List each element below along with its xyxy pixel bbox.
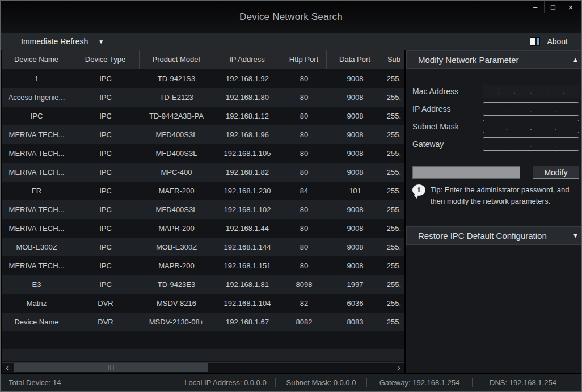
table-cell: 255. bbox=[383, 107, 404, 125]
table-header-row: Device NameDevice TypeProduct ModelIP Ad… bbox=[2, 50, 404, 69]
table-cell: 192.168.1.81 bbox=[213, 275, 281, 294]
admin-password-input[interactable] bbox=[412, 166, 520, 179]
table-cell: MAFR-200 bbox=[140, 182, 213, 200]
table-cell: 101 bbox=[327, 182, 383, 200]
table-cell: 9008 bbox=[327, 125, 383, 144]
table-cell: MSDV-8216 bbox=[140, 294, 213, 313]
table-row[interactable]: MatrizDVRMSDV-8216192.168.1.104826036255… bbox=[2, 294, 404, 313]
table-cell: 9008 bbox=[327, 200, 383, 219]
scrollbar-thumb[interactable] bbox=[14, 363, 208, 372]
table-cell: MAPR-200 bbox=[140, 256, 213, 275]
table-row[interactable]: FRIPCMAFR-200192.168.1.23084101255. bbox=[2, 182, 404, 200]
table-cell: IPC bbox=[71, 256, 140, 275]
table-cell: IPC bbox=[71, 88, 140, 107]
table-cell: 192.168.1.92 bbox=[213, 69, 281, 88]
table-cell: IPC bbox=[71, 107, 140, 125]
table-cell: IPC bbox=[71, 200, 140, 219]
table-row[interactable]: MERIVA TECH...IPCMFD400S3L192.168.1.1028… bbox=[2, 200, 404, 219]
column-header-ip-address[interactable]: IP Address bbox=[213, 50, 281, 69]
table-cell: MOB-E300Z bbox=[2, 238, 71, 256]
table-cell: 9008 bbox=[327, 219, 383, 238]
table-row[interactable]: E3IPCTD-9423E3192.168.1.8180981997255. bbox=[2, 275, 404, 294]
restore-panel-body bbox=[406, 245, 581, 373]
table-cell: 255. bbox=[383, 294, 404, 313]
scroll-right-button[interactable]: › bbox=[394, 363, 404, 373]
title-bar[interactable]: Device Network Search – □ × bbox=[1, 1, 581, 33]
restore-ipc-default-configuration-header[interactable]: Restore IPC Default Configuration ▼ bbox=[406, 226, 581, 245]
table-cell: 80 bbox=[281, 163, 327, 182]
caret-up-icon: ▲ bbox=[572, 56, 579, 63]
table-cell: MAPR-200 bbox=[140, 219, 213, 238]
table-cell: FR bbox=[2, 182, 71, 200]
subnet-mask-field[interactable]: ... bbox=[483, 120, 579, 133]
close-button[interactable]: × bbox=[562, 1, 579, 13]
table-cell: TD-E2123 bbox=[140, 88, 213, 107]
status-dns: DNS: 192.168.1.254 bbox=[473, 378, 573, 387]
column-header-device-type[interactable]: Device Type bbox=[71, 50, 140, 69]
table-cell: 9008 bbox=[327, 88, 383, 107]
restore-panel-title: Restore IPC Default Configuration bbox=[418, 231, 547, 241]
mac-address-field: ::::: bbox=[483, 85, 579, 98]
table-cell: 9008 bbox=[327, 69, 383, 88]
table-row[interactable]: MERIVA TECH...IPCMAPR-200192.168.1.15180… bbox=[2, 256, 404, 275]
table-cell: IPC bbox=[71, 125, 140, 144]
about-button[interactable]: About bbox=[530, 37, 568, 46]
table-cell: IPC bbox=[71, 182, 140, 200]
gateway-field[interactable]: ... bbox=[483, 137, 579, 151]
ip-address-row: IP Address... bbox=[412, 102, 579, 116]
horizontal-scrollbar[interactable]: ‹ › bbox=[2, 362, 404, 373]
table-cell: MERIVA TECH... bbox=[2, 200, 71, 219]
column-header-sub[interactable]: Sub bbox=[383, 50, 404, 69]
table-cell: MSDV-2130-08+ bbox=[140, 313, 213, 331]
table-cell: 82 bbox=[281, 294, 327, 313]
table-cell: 80 bbox=[281, 88, 327, 107]
table-cell: 192.168.1.105 bbox=[213, 144, 281, 163]
table-row[interactable]: MERIVA TECH...IPCMFD400S3L192.168.1.9680… bbox=[2, 125, 404, 144]
table-row[interactable]: 1IPCTD-9421S3192.168.1.92809008255. bbox=[2, 69, 404, 88]
table-cell: TD-9423E3 bbox=[140, 275, 213, 294]
modify-button[interactable]: Modify bbox=[533, 166, 579, 179]
column-header-device-name[interactable]: Device Name bbox=[2, 50, 71, 69]
table-cell: 192.168.1.102 bbox=[213, 200, 281, 219]
table-row[interactable]: MERIVA TECH...IPCMFD400S3L192.168.1.1058… bbox=[2, 144, 404, 163]
minimize-button[interactable]: – bbox=[526, 1, 544, 13]
table-body: 1IPCTD-9421S3192.168.1.92809008255.Acces… bbox=[2, 69, 404, 331]
table-cell: 80 bbox=[281, 219, 327, 238]
table-cell: 80 bbox=[281, 200, 327, 219]
table-cell: 192.168.1.12 bbox=[213, 107, 281, 125]
table-cell: Device Name bbox=[2, 313, 71, 331]
column-header-data-port[interactable]: Data Port bbox=[327, 50, 383, 69]
table-row[interactable]: IPCIPCTD-9442A3B-PA192.168.1.12809008255… bbox=[2, 107, 404, 125]
table-row[interactable]: MERIVA TECH...IPCMAPR-200192.168.1.44809… bbox=[2, 219, 404, 238]
column-header-http-port[interactable]: Http Port bbox=[281, 50, 327, 69]
table-cell: 255. bbox=[383, 182, 404, 200]
table-row[interactable]: Acceso Ingenie...IPCTD-E2123192.168.1.80… bbox=[2, 88, 404, 107]
table-cell: 9008 bbox=[327, 144, 383, 163]
table-cell: IPC bbox=[71, 144, 140, 163]
table-cell: 192.168.1.44 bbox=[213, 219, 281, 238]
maximize-button[interactable]: □ bbox=[544, 1, 562, 13]
table-row[interactable]: Device NameDVRMSDV-2130-08+192.168.1.678… bbox=[2, 313, 404, 331]
refresh-dropdown[interactable]: Immediate Refresh ▼ bbox=[21, 37, 104, 46]
table-cell: MPC-400 bbox=[140, 163, 213, 182]
table-cell: 192.168.1.104 bbox=[213, 294, 281, 313]
table-cell: 8083 bbox=[327, 313, 383, 331]
table-cell: 9008 bbox=[327, 163, 383, 182]
table-cell: 255. bbox=[383, 163, 404, 182]
caret-down-icon: ▼ bbox=[98, 39, 104, 45]
modify-network-parameter-header[interactable]: Modify Network Parameter ▲ bbox=[406, 50, 581, 69]
table-cell: MERIVA TECH... bbox=[2, 125, 71, 144]
refresh-dropdown-label: Immediate Refresh bbox=[21, 37, 88, 46]
column-header-product-model[interactable]: Product Model bbox=[140, 50, 213, 69]
ip-address-field[interactable]: ... bbox=[483, 102, 579, 116]
table-cell: 6036 bbox=[327, 294, 383, 313]
table-row[interactable]: MERIVA TECH...IPCMPC-400192.168.1.828090… bbox=[2, 163, 404, 182]
tip-row: i Tip: Enter the administrator password,… bbox=[412, 184, 579, 206]
table-row[interactable]: MOB-E300ZIPCMOB-E300Z192.168.1.144809008… bbox=[2, 238, 404, 256]
table-cell: 255. bbox=[383, 69, 404, 88]
device-table: Device NameDevice TypeProduct ModelIP Ad… bbox=[2, 50, 404, 373]
scroll-left-button[interactable]: ‹ bbox=[2, 363, 12, 373]
app-window: Device Network Search – □ × Immediate Re… bbox=[0, 0, 582, 392]
table-cell: 255. bbox=[383, 238, 404, 256]
table-cell: 255. bbox=[383, 144, 404, 163]
